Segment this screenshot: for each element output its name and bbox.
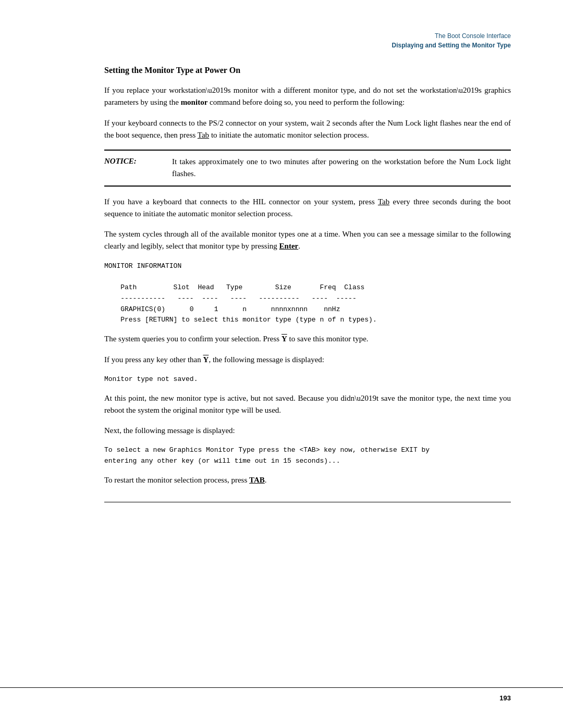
page-container: The Boot Console Interface Displaying an… <box>0 0 563 728</box>
main-content: Setting the Monitor Type at Power On If … <box>104 66 511 502</box>
tab-bold-underline: TAB <box>249 476 265 484</box>
notice-label: NOTICE: <box>104 156 172 180</box>
paragraph-7: At this point, the new monitor type is a… <box>104 392 511 417</box>
breadcrumb-line1: The Boot Console Interface <box>0 31 511 41</box>
tab-underline-2: Tab <box>378 198 389 206</box>
breadcrumb-line2: Displaying and Setting the Monitor Type <box>0 41 511 50</box>
breadcrumb: The Boot Console Interface Displaying an… <box>0 31 563 50</box>
paragraph-3: If you have a keyboard that connects to … <box>104 196 511 220</box>
select-msg-code: To select a new Graphics Monitor Type pr… <box>104 445 511 467</box>
select-msg-text: To select a new Graphics Monitor Type pr… <box>104 446 430 465</box>
tab-underline-1: Tab <box>198 131 209 139</box>
paragraph-6: If you press any key other than Y, the f… <box>104 354 511 366</box>
enter-bold-underline: Enter <box>279 242 299 250</box>
monitor-info-code: MONITOR INFORMATION Path Slot Head Type … <box>104 261 511 326</box>
section-title: Setting the Monitor Type at Power On <box>104 66 511 75</box>
paragraph-9: To restart the monitor selection process… <box>104 474 511 486</box>
paragraph-8: Next, the following message is displayed… <box>104 425 511 437</box>
not-saved-text: Monitor type not saved. <box>104 375 198 383</box>
not-saved-code: Monitor type not saved. <box>104 374 511 385</box>
paragraph-1: If you replace your workstation\u2019s m… <box>104 84 511 109</box>
notice-text: It takes approximately one to two minute… <box>172 156 511 180</box>
notice-block: NOTICE: It takes approximately one to tw… <box>104 150 511 187</box>
footer-rule <box>104 502 511 502</box>
y-overline-1: Y <box>282 335 287 343</box>
y-overline-2: Y <box>203 355 209 364</box>
paragraph-2: If your keyboard connects to the PS/2 co… <box>104 117 511 142</box>
page-number: 193 <box>499 694 511 702</box>
page-footer: 193 <box>0 687 563 702</box>
monitor-bold: monitor <box>181 98 208 106</box>
paragraph-4: The system cycles through all of the ava… <box>104 228 511 253</box>
monitor-info-label: MONITOR INFORMATION <box>104 262 181 270</box>
paragraph-5: The system queries you to confirm your s… <box>104 333 511 345</box>
